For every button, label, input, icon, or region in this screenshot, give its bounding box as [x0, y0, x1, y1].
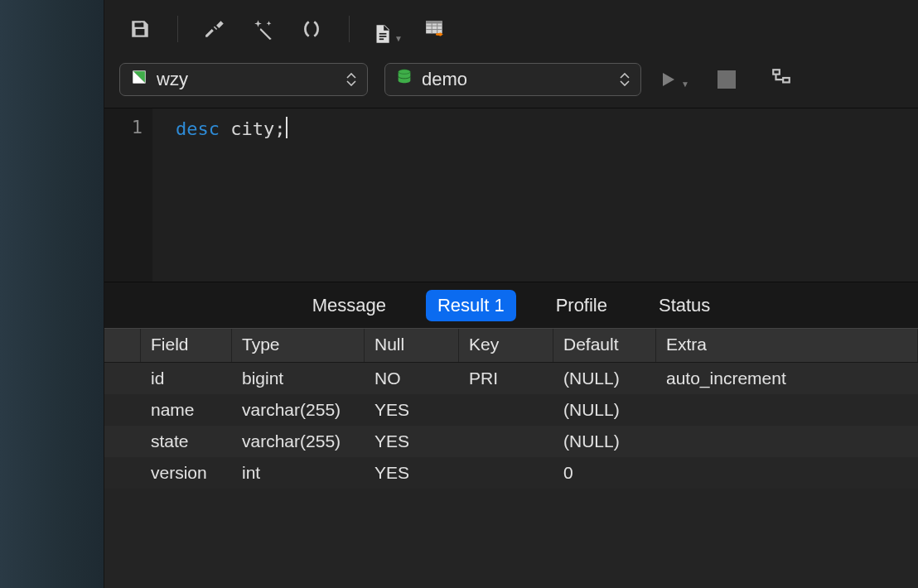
cell: auto_increment	[656, 363, 918, 394]
cell: state	[141, 426, 232, 457]
table-row[interactable]: namevarchar(255)YES(NULL)	[104, 394, 918, 426]
cell	[459, 467, 553, 479]
row-header-lead	[104, 329, 141, 362]
cell: version	[141, 457, 232, 489]
connection-name: wzy	[157, 69, 188, 90]
selector-row: wzy demo ▼	[104, 58, 918, 108]
cell	[459, 404, 553, 416]
cell: varchar(255)	[232, 394, 365, 426]
svg-rect-0	[141, 22, 143, 26]
grid-header: Field Type Null Key Default Extra	[104, 328, 918, 363]
table-row[interactable]: idbigintNOPRI(NULL)auto_increment	[104, 363, 918, 394]
text-cursor	[286, 117, 287, 138]
svg-rect-8	[432, 21, 432, 33]
col-type[interactable]: Type	[232, 329, 365, 362]
cell: YES	[365, 457, 459, 489]
cell	[459, 436, 553, 447]
database-name: demo	[422, 69, 467, 90]
cell: id	[141, 363, 232, 394]
cell: NO	[365, 363, 459, 394]
cell: PRI	[459, 363, 553, 394]
explain-plan-icon[interactable]	[771, 67, 792, 92]
new-file-icon[interactable]: ▼	[371, 13, 403, 45]
cell: (NULL)	[553, 363, 656, 394]
sql-keyword: desc	[176, 118, 220, 139]
svg-rect-1	[379, 33, 387, 35]
table-row[interactable]: statevarchar(255)YES(NULL)	[104, 426, 918, 457]
dropdown-caret-icon: ▼	[681, 80, 689, 89]
load-table-icon[interactable]	[419, 13, 451, 45]
cell: 0	[553, 457, 656, 489]
tab-profile[interactable]: Profile	[544, 290, 619, 321]
tab-status[interactable]: Status	[647, 290, 722, 321]
cell: int	[232, 457, 365, 489]
save-icon[interactable]	[124, 13, 156, 45]
cell	[656, 436, 918, 447]
dropdown-caret-icon: ▼	[394, 34, 403, 43]
tab-result-1[interactable]: Result 1	[426, 290, 516, 321]
database-select[interactable]: demo	[384, 63, 641, 96]
result-grid: Field Type Null Key Default Extra idbigi…	[104, 328, 918, 588]
cell: varchar(255)	[232, 426, 365, 457]
col-extra[interactable]: Extra	[656, 329, 918, 362]
connection-icon	[130, 68, 148, 91]
parentheses-icon[interactable]	[296, 13, 327, 45]
cell	[656, 404, 918, 416]
updown-caret-icon	[619, 70, 631, 89]
cell: bigint	[232, 363, 365, 394]
col-key[interactable]: Key	[459, 329, 553, 362]
cell	[104, 373, 141, 384]
connection-select[interactable]: wzy	[119, 63, 368, 96]
stop-button[interactable]	[717, 70, 736, 89]
svg-rect-2	[379, 36, 387, 37]
app-root: ▼ wzy dem	[0, 0, 918, 588]
col-field[interactable]: Field	[141, 329, 232, 362]
line-number: 1	[104, 117, 143, 137]
toolbar-separator	[349, 16, 350, 42]
left-sidebar	[0, 0, 104, 588]
cell	[104, 404, 141, 416]
svg-rect-12	[773, 70, 780, 74]
cell: (NULL)	[553, 426, 656, 457]
updown-caret-icon	[345, 70, 357, 89]
run-button[interactable]: ▼	[658, 70, 689, 89]
svg-rect-13	[783, 78, 790, 82]
magic-wand-icon[interactable]	[248, 13, 279, 45]
cell: YES	[365, 426, 459, 457]
toolbar-separator	[177, 16, 178, 42]
svg-rect-7	[426, 29, 442, 30]
hammer-icon[interactable]	[200, 13, 231, 45]
table-row[interactable]: versionintYES0	[104, 457, 918, 489]
svg-rect-3	[379, 38, 384, 40]
line-gutter: 1	[104, 108, 152, 282]
svg-rect-9	[437, 21, 437, 33]
cell	[656, 467, 918, 479]
sql-text: city;	[220, 118, 285, 139]
col-default[interactable]: Default	[553, 329, 656, 362]
cell	[104, 467, 141, 479]
cell: (NULL)	[553, 394, 656, 426]
toolbar: ▼	[104, 0, 918, 58]
svg-rect-5	[426, 21, 442, 23]
svg-rect-6	[426, 26, 442, 27]
cell	[104, 436, 141, 447]
grid-body: idbigintNOPRI(NULL)auto_incrementnamevar…	[104, 363, 918, 489]
sql-editor[interactable]: 1 desc city;	[104, 108, 918, 282]
stop-icon	[717, 70, 736, 89]
main-panel: ▼ wzy dem	[104, 0, 918, 588]
tab-message[interactable]: Message	[301, 290, 398, 321]
code-area[interactable]: desc city;	[152, 108, 918, 282]
database-icon	[395, 68, 413, 91]
col-null[interactable]: Null	[365, 329, 459, 362]
cell: YES	[365, 394, 459, 426]
cell: name	[141, 394, 232, 426]
result-tabs: Message Result 1 Profile Status	[104, 282, 918, 328]
